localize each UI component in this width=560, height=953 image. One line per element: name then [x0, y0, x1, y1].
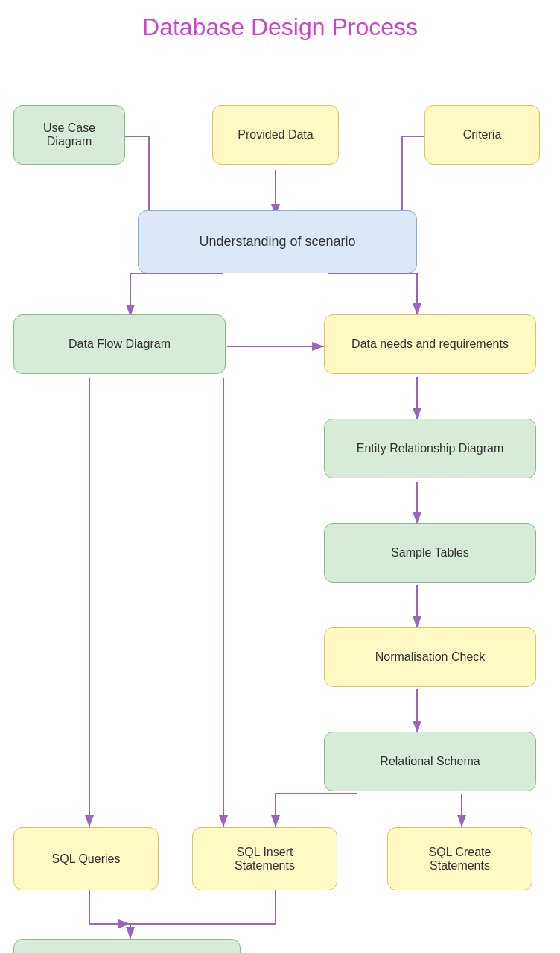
- provided-data-node: Provided Data: [212, 105, 339, 165]
- data-needs-node: Data needs and requirements: [324, 314, 536, 374]
- ipo-tables-node: IPO Tables: [13, 939, 241, 953]
- sample-tables-node: Sample Tables: [324, 523, 536, 583]
- sql-create-node: SQL Create Statements: [387, 827, 532, 890]
- relational-schema-node: Relational Schema: [324, 732, 536, 791]
- data-flow-node: Data Flow Diagram: [13, 314, 226, 374]
- understanding-node: Understanding of scenario: [138, 210, 417, 273]
- page-title: Database Design Process: [0, 0, 560, 48]
- normalisation-node: Normalisation Check: [324, 627, 536, 687]
- sql-queries-node: SQL Queries: [13, 827, 159, 890]
- erd-node: Entity Relationship Diagram: [324, 419, 536, 478]
- criteria-node: Criteria: [424, 105, 540, 165]
- sql-insert-node: SQL Insert Statements: [192, 827, 337, 890]
- use-case-diagram-node: Use Case Diagram: [13, 105, 125, 165]
